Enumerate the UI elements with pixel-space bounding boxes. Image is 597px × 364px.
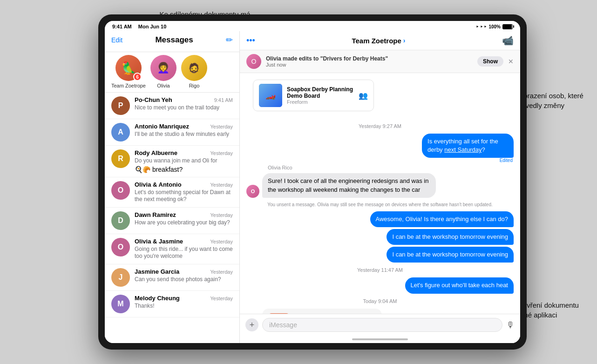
close-icon[interactable]: ✕: [508, 58, 514, 65]
right-top-callout: Zobrazení osob, které provedly změny: [516, 91, 590, 110]
msg-content-olivia-jasmine: Olivia & Jasmine Yesterday Going on this…: [135, 238, 233, 260]
shared-doc-card[interactable]: 🏎️ Soapbox Derby PlanningDemo Board Free…: [253, 80, 374, 111]
bubble-sent: Let's figure out who'll take each heat: [405, 277, 514, 293]
doc-app: Freeform: [287, 99, 354, 105]
msg-row: Awesome, Olivia! Is there anything else …: [246, 211, 514, 227]
microphone-icon[interactable]: 🎙: [506, 320, 515, 330]
add-attachment-button[interactable]: +: [245, 318, 258, 331]
avatar-melody: M: [111, 295, 130, 313]
ipad-screen: 9:41 AM Mon Jun 10 ‣ ‣ ‣ 100% Edit Messa…: [105, 21, 520, 343]
pinned-name-team-zoetrope: Team Zoetrope: [111, 83, 146, 88]
msg-row: I can be at the workshop tomorrow evenin…: [246, 229, 514, 245]
sidebar-header: Edit Messages ✏: [105, 31, 239, 52]
avatar-jasmine: J: [111, 268, 130, 287]
edit-button[interactable]: Edit: [111, 36, 122, 44]
avatar-rody: R: [111, 149, 130, 168]
doc-name: Soapbox Derby PlanningDemo Board: [287, 86, 354, 99]
avatar-olivia: 👩‍🦱: [150, 55, 176, 81]
battery-percent: 100%: [488, 24, 501, 29]
list-item[interactable]: J Jasmine Garcia Yesterday Can you send …: [105, 264, 239, 291]
msg-content-po-chun: Po-Chun Yeh 9:41 AM Nice to meet you on …: [135, 96, 233, 112]
avatar-dawn: D: [111, 211, 130, 230]
time-label: Yesterday 11:47 AM: [246, 267, 514, 273]
list-item[interactable]: A Antonio Manriquez Yesterday I'll be at…: [105, 119, 239, 146]
pinned-olivia[interactable]: 👩‍🦱 Olivia: [150, 55, 176, 88]
bubble-received: Sure! I took care of all the engineering…: [262, 173, 436, 197]
msg-row: I can be at the workshop tomorrow evenin…: [246, 247, 514, 263]
pinned-name-rigo: Rigo: [189, 83, 200, 88]
wifi-icon: ‣ ‣ ‣: [476, 24, 487, 29]
list-item[interactable]: P Po-Chun Yeh 9:41 AM Nice to meet you o…: [105, 93, 239, 119]
avatar-po-chun: P: [111, 96, 130, 115]
chat-title-text: Team Zoetrope: [352, 37, 401, 45]
doc-thumbnail: 🏎️: [259, 84, 282, 107]
sender-name: Olivia Rico: [268, 165, 514, 170]
show-button[interactable]: Show: [477, 56, 503, 67]
sidebar-title: Messages: [122, 35, 226, 45]
ipad-frame: 9:41 AM Mon Jun 10 ‣ ‣ ‣ 100% Edit Messa…: [98, 14, 527, 350]
avatar-olivia-antonio: O: [111, 181, 130, 200]
notif-title: Olivia made edits to "Drivers for Derby …: [266, 55, 473, 62]
time-label: Today 9:04 AM: [246, 298, 514, 304]
input-bar: + iMessage 🎙: [240, 314, 520, 336]
avatar-olivia-jasmine: O: [111, 238, 130, 256]
msg-content-dawn: Dawn Ramirez Yesterday How are you celeb…: [135, 211, 233, 227]
bubble-sent: I can be at the workshop tomorrow evenin…: [387, 229, 514, 245]
msg-content-olivia-antonio: Olivia & Antonio Yesterday Let's do some…: [135, 181, 233, 203]
msg-content-rody: Rody Albuerne Yesterday Do you wanna joi…: [135, 149, 233, 173]
list-item[interactable]: R Rody Albuerne Yesterday Do you wanna j…: [105, 146, 239, 177]
battery-icon: [502, 24, 513, 29]
notif-subtitle: Just now: [266, 62, 473, 67]
back-icon[interactable]: •••: [246, 36, 255, 46]
app-content: Edit Messages ✏ 🦜 6 Team Zoetrope: [105, 31, 520, 343]
status-bar: 9:41 AM Mon Jun 10 ‣ ‣ ‣ 100%: [105, 21, 520, 31]
shared-doc-container: 🏎️ Soapbox Derby PlanningDemo Board Free…: [240, 73, 520, 116]
list-item[interactable]: O Olivia & Antonio Yesterday Let's do so…: [105, 177, 239, 208]
avatar-antonio-m: A: [111, 123, 130, 142]
msg-content-antonio-m: Antonio Manriquez Yesterday I'll be at t…: [135, 123, 233, 138]
msg-content-jasmine: Jasmine Garcia Yesterday Can you send th…: [135, 268, 233, 283]
notif-avatar: O: [246, 54, 261, 69]
msg-row: Is everything all set for the derby next…: [246, 134, 514, 163]
message-input[interactable]: iMessage: [262, 318, 502, 332]
notif-text: Olivia made edits to "Drivers for Derby …: [266, 55, 473, 67]
drivers-doc-card[interactable]: 🏁 Drivers for Derby Heats Freeform 👥: [262, 309, 382, 314]
edited-label: Edited: [500, 158, 513, 163]
pinned-team-zoetrope[interactable]: 🦜 6 Team Zoetrope: [111, 55, 146, 88]
status-date: Mon Jun 10: [138, 24, 167, 29]
avatar-olivia-rico: O: [246, 185, 259, 198]
list-item[interactable]: D Dawn Ramirez Yesterday How are you cel…: [105, 208, 239, 234]
avatar-rigo: 🧔: [181, 55, 207, 81]
message-list: P Po-Chun Yeh 9:41 AM Nice to meet you o…: [105, 93, 239, 343]
list-item[interactable]: O Olivia & Jasmine Yesterday Going on th…: [105, 234, 239, 264]
pinned-row: 🦜 6 Team Zoetrope 👩‍🦱 Olivia 🧔: [105, 52, 239, 93]
right-bottom-callout: Otevření dokumentu v jiné aplikaci: [516, 300, 590, 320]
pinned-rigo[interactable]: 🧔 Rigo: [181, 55, 207, 88]
video-call-icon[interactable]: 📹: [502, 35, 514, 46]
chat-title[interactable]: Team Zoetrope ›: [352, 37, 405, 45]
msg-content-melody: Melody Cheung Yesterday Thanks!: [135, 295, 233, 310]
msg-row: Let's figure out who'll take each heat: [246, 277, 514, 293]
bubble-sent: Awesome, Olivia! Is there anything else …: [370, 211, 514, 227]
bubble-sent: I can be at the workshop tomorrow evenin…: [387, 247, 514, 263]
group-icon: 👥: [359, 91, 368, 100]
notification-banner: O Olivia made edits to "Drivers for Derb…: [240, 50, 520, 73]
pinned-name-olivia: Olivia: [157, 83, 170, 88]
chat-panel: ••• Team Zoetrope › 📹 O Olivia made edit…: [240, 31, 520, 343]
home-indicator: [240, 336, 520, 343]
bubble-sent: Is everything all set for the derby next…: [422, 134, 514, 158]
chat-header: ••• Team Zoetrope › 📹: [240, 31, 520, 50]
messages-area[interactable]: Yesterday 9:27 AM Is everything all set …: [240, 116, 520, 314]
list-item[interactable]: M Melody Cheung Yesterday Thanks!: [105, 291, 239, 317]
time-label: Yesterday 9:27 AM: [246, 123, 514, 129]
msg-row: O Sure! I took care of all the engineeri…: [246, 173, 514, 197]
unsent-notice: You unsent a message. Olivia may still s…: [265, 202, 495, 208]
home-bar: [352, 338, 408, 340]
sidebar: Edit Messages ✏ 🦜 6 Team Zoetrope: [105, 31, 240, 343]
status-time: 9:41 AM: [112, 24, 132, 29]
doc-info: Soapbox Derby PlanningDemo Board Freefor…: [287, 86, 354, 105]
compose-button[interactable]: ✏: [226, 35, 233, 45]
chevron-right-icon: ›: [403, 37, 406, 44]
badge-team-zoetrope: 6: [133, 73, 142, 81]
